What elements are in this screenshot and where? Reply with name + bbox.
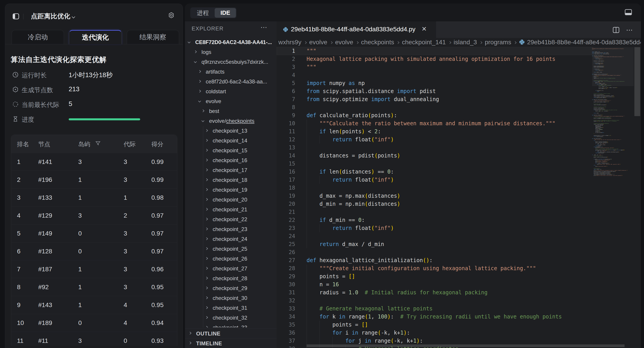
code-line: return float("inf")	[306, 224, 562, 232]
file-tree: CE8F72D0-6AC2-4A38-AA41-...logsq9rznzvcc…	[185, 38, 276, 328]
code-line: from scipy.optimize import dual_annealin…	[306, 95, 562, 103]
split-editor-icon[interactable]	[613, 26, 620, 33]
table-cell: #143	[38, 302, 52, 309]
column-header: 代际	[124, 140, 136, 148]
tree-item-checkpoint-30[interactable]: checkpoint_30	[185, 294, 276, 303]
tree-item-checkpoint-13[interactable]: checkpoint_13	[185, 126, 276, 136]
table-row[interactable]: 11#11300.93	[11, 332, 177, 346]
filter-icon[interactable]	[95, 141, 100, 146]
table-row[interactable]: 2#196130.99	[11, 171, 177, 188]
table-row[interactable]: 6#128030.97	[11, 242, 177, 260]
tree-item-checkpoint-17[interactable]: checkpoint_17	[185, 166, 276, 175]
tree-item-checkpoint-23[interactable]: checkpoint_23	[185, 224, 276, 234]
table-cell: 3	[124, 230, 127, 237]
tree-item-logs[interactable]: logs	[185, 48, 276, 57]
settings-icon[interactable]	[168, 12, 175, 18]
breadcrumb-item[interactable]: evolve	[335, 39, 353, 46]
tree-item-ce8f72d0-6ac2-4a38-aa41-[interactable]: CE8F72D0-6AC2-4A38-AA41-...	[185, 38, 276, 48]
tree-item-label: checkpoint_30	[213, 295, 247, 301]
tree-item-checkpoint-28[interactable]: checkpoint_28	[185, 274, 276, 284]
tree-item-checkpoint-32[interactable]: checkpoint_32	[185, 313, 276, 323]
sidebar-toggle-icon[interactable]	[12, 13, 19, 20]
code-line	[306, 208, 562, 216]
breadcrumb-item[interactable]: checkpoint_141	[402, 39, 446, 46]
tree-item-artifacts[interactable]: artifacts	[185, 67, 276, 77]
table-cell: 3	[78, 337, 82, 344]
breadcrumb-item[interactable]: wxhrs9y	[278, 39, 302, 46]
tree-item-checkpoint-19[interactable]: checkpoint_19	[185, 185, 276, 195]
table-row[interactable]: 5#149030.97	[11, 224, 177, 242]
table-cell: 1	[78, 194, 82, 201]
tree-item-checkpoint-26[interactable]: checkpoint_26	[185, 254, 276, 264]
tree-item-checkpoint-18[interactable]: checkpoint_18	[185, 175, 276, 185]
tree-item-checkpoint-20[interactable]: checkpoint_20	[185, 195, 276, 205]
tree-item-checkpoint-27[interactable]: checkpoint_27	[185, 264, 276, 274]
panel-bottom-icon[interactable]	[625, 9, 632, 15]
tree-item-checkpoint-25[interactable]: checkpoint_25	[185, 244, 276, 254]
tree-item-checkpoint-24[interactable]: checkpoint_24	[185, 234, 276, 244]
task-title[interactable]: 点距离比优化	[31, 12, 70, 21]
horizontal-scrollbar[interactable]	[306, 344, 624, 347]
ellipsis-icon[interactable]: ⋯	[626, 26, 633, 34]
toggle-active[interactable]: IDE	[215, 8, 236, 18]
tree-item-checkpoint-21[interactable]: checkpoint_21	[185, 205, 276, 215]
chevron-right-icon	[205, 247, 208, 250]
tab-3[interactable]: 结果洞察	[127, 30, 179, 44]
breadcrumb-item[interactable]: island_3	[454, 39, 477, 46]
tree-item-checkpoint-22[interactable]: checkpoint_22	[185, 215, 276, 224]
explorer-section-timeline[interactable]: TIMELINE	[185, 338, 276, 348]
editor-tab[interactable]: 29eb41b8-8b8e-44ff-a8e4-0da8383e5dd4.py …	[276, 21, 436, 38]
table-row[interactable]: 9#143140.95	[11, 296, 177, 314]
explorer-section-outline[interactable]: OUTLINE	[185, 328, 276, 338]
tree-item-checkpoint-33[interactable]: checkpoint_33	[185, 323, 276, 328]
table-row[interactable]: 8#92130.95	[11, 278, 177, 296]
table-cell: #189	[38, 319, 52, 326]
tree-item-evolve[interactable]: evolve	[185, 96, 276, 106]
chevron-right-icon	[198, 70, 201, 73]
tree-item-checkpoint-31[interactable]: checkpoint_31	[185, 303, 276, 313]
table-cell: 1	[78, 284, 82, 291]
close-icon[interactable]: ✕	[422, 25, 427, 33]
minimap-slider[interactable]	[592, 47, 634, 86]
code-line: points = []	[306, 321, 562, 329]
tree-item-evolve-checkpoints[interactable]: evolve/checkpoints	[185, 116, 276, 126]
tab-1[interactable]: 冷启动	[12, 30, 64, 44]
tree-item-checkpoint-16[interactable]: checkpoint_16	[185, 156, 276, 166]
vertical-scrollbar[interactable]	[634, 47, 640, 116]
table-row[interactable]: 3#133110.98	[11, 188, 177, 206]
table-cell: 9	[17, 302, 20, 309]
ellipsis-icon[interactable]: ⋯	[260, 23, 268, 31]
table-cell: #92	[38, 284, 49, 291]
table-cell: 1	[78, 176, 82, 184]
stat-value: 213	[69, 86, 80, 93]
minimap[interactable]: """Hexagonal lattice packing with simula…	[592, 47, 634, 347]
chevron-right-icon	[480, 41, 482, 44]
tree-item-coldstart[interactable]: coldstart	[185, 87, 276, 96]
tree-item-ce8f72d0-6ac2-4a38-aa-[interactable]: ce8f72d0-6ac2-4a38-aa...	[185, 77, 276, 87]
tree-item-checkpoint-15[interactable]: checkpoint_15	[185, 146, 276, 156]
tree-item-label: checkpoint_15	[213, 148, 247, 154]
table-row[interactable]: 4#129320.97	[11, 206, 177, 224]
tree-item-q9rznzvcc5esbuiys7dxirzk-[interactable]: q9rznzvcc5esbuiys7dxirzk...	[185, 57, 276, 67]
breadcrumb-item[interactable]: checkpoints	[361, 39, 394, 46]
tree-item-checkpoint-29[interactable]: checkpoint_29	[185, 284, 276, 294]
table-row[interactable]: 7#187130.96	[11, 260, 177, 278]
toggle-inactive[interactable]: 进程	[191, 8, 215, 18]
code-editor[interactable]: 1234567891011121314151617181920212223242…	[276, 47, 641, 348]
breadcrumb-item[interactable]: programs	[485, 39, 511, 46]
code-line: if len(distances) == 0:	[306, 168, 562, 176]
tab-2[interactable]: 迭代演化	[69, 30, 122, 44]
chevron-right-icon	[205, 277, 208, 280]
table-row[interactable]: 10#189040.94	[11, 314, 177, 332]
tree-item-checkpoint-14[interactable]: checkpoint_14	[185, 136, 276, 146]
code-line	[306, 144, 562, 152]
table-row[interactable]: 1#141330.99	[11, 153, 177, 171]
breadcrumb-file[interactable]: 29eb41b8-8b8e-44ff-a8e4-0da8383e5dd4.	[527, 39, 641, 46]
tree-item-label: CE8F72D0-6AC2-4A38-AA41-...	[195, 39, 272, 46]
chevron-right-icon	[205, 139, 208, 142]
tree-item-best[interactable]: best	[185, 106, 276, 116]
chevron-down-icon[interactable]	[72, 15, 75, 18]
breadcrumb-item[interactable]: evolve	[309, 39, 327, 46]
hourglass-icon	[12, 116, 18, 122]
table-cell: #133	[38, 194, 52, 201]
